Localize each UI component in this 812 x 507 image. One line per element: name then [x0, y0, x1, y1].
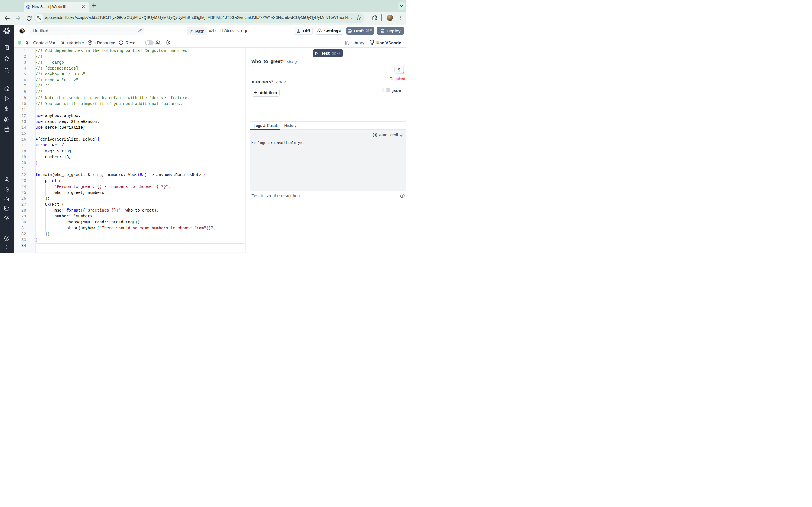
svg-text:R: R	[21, 29, 24, 33]
